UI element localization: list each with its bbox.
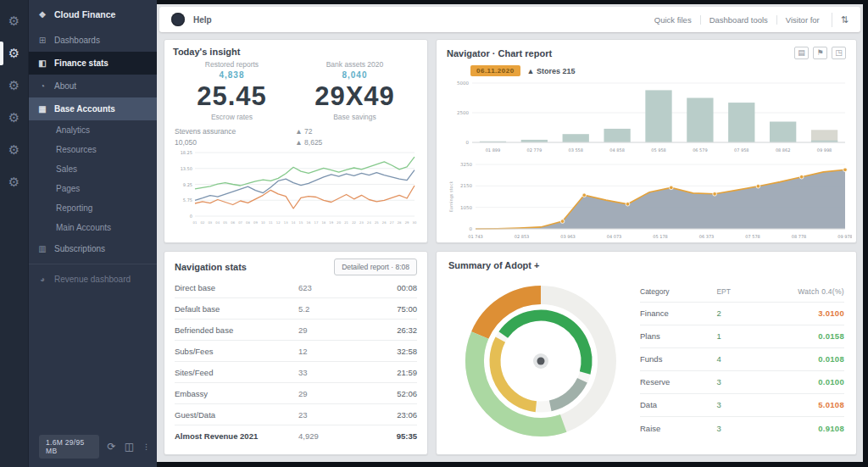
row-value: 75:00 [358,304,417,314]
sidebar-item-analytics[interactable]: Analytics [29,120,157,140]
sidebar-item-dashboards[interactable]: ⊞Dashboards [29,29,157,52]
svg-text:16: 16 [307,220,311,225]
table-row[interactable]: Data35.0108 [640,394,844,417]
svg-text:0: 0 [190,214,192,219]
sidebar-item-resources[interactable]: Resources [29,140,157,159]
svg-text:15: 15 [299,220,303,225]
top-menu-item-visitor-for[interactable]: Visitor for [777,15,828,25]
earnings-area-chart: 3250215010500Earnings stock01 74302 8530… [447,158,852,241]
panels-icon[interactable]: ◫ [125,441,134,453]
svg-text:5.75: 5.75 [183,197,192,203]
wallet-icon: ▦ [37,104,47,114]
sidebar-item-label: Finance stats [54,58,108,68]
svg-text:02: 02 [201,220,205,225]
svg-text:22: 22 [352,220,356,225]
sessions-bar-chart: 50002500001 89902 77903 55804 85805 9580… [447,78,852,154]
detailed-report-button[interactable]: Detailed report · 8:08 [334,259,417,275]
sort-icon[interactable]: ⇅ [832,13,850,27]
columns-icon[interactable]: ▤ [794,47,809,59]
sidebar-item-label: Base Accounts [54,104,115,114]
bookmark-icon[interactable]: ⚑ [813,47,827,59]
gear-icon[interactable]: ⚙ [0,69,29,102]
sidebar-item-revenue-dashboard[interactable]: ◕Revenue dashboard [29,268,157,291]
row-count: 33 [298,368,358,377]
logo-icon[interactable] [171,13,185,26]
top-bar: Help Quick filesDashboard toolsVisitor f… [159,7,860,32]
row-name: Guest/Data [175,410,298,420]
summary-table-header: CategoryEPTWatch 0.4(%) [640,282,844,303]
row-count: 12 [298,347,358,356]
top-menu-item-dashboard-tools[interactable]: Dashboard tools [701,15,777,25]
sidebar-item-finance-stats[interactable]: ◧Finance stats [29,52,157,75]
sidebar-item-reporting[interactable]: Reporting [29,198,157,218]
footnote-label: Stevens assurance [175,126,236,137]
top-menu-item-quick-files[interactable]: Quick files [646,15,701,25]
refresh-icon[interactable]: ⟳ [108,441,116,453]
sidebar-item-base-accounts[interactable]: ▦Base Accounts [29,97,157,120]
row-name: Befriended base [175,325,298,335]
row-name: Funds [640,354,716,364]
adoption-donut-chart [456,276,626,446]
table-row[interactable]: Funds40.0108 [640,348,844,371]
sidebar-item-label: Revenue dashboard [54,275,131,284]
sidebar-item-sales[interactable]: Sales [29,159,157,179]
svg-text:09: 09 [253,220,258,225]
svg-text:02 779: 02 779 [527,147,542,153]
storage-usage-badge[interactable]: 1.6M 29/95 MB [39,435,99,459]
navigation-stats-title: Navigation stats [175,262,247,272]
row-count: 5.2 [298,304,358,314]
table-row[interactable]: Guest/Data2323:06 [175,404,417,425]
gear-icon[interactable]: ⚙ [0,166,29,198]
sidebar-divider [29,264,157,264]
expand-icon[interactable]: ◳ [832,47,846,59]
footnote-value: 10,050 [175,137,236,148]
row-value: 5.0108 [768,400,844,409]
legend-date-badge[interactable]: 06.11.2020 [470,65,520,76]
sidebar-item-subscriptions[interactable]: ▥Subscriptions [29,237,157,260]
table-row[interactable]: Raise30.9108 [640,417,844,440]
table-row[interactable]: Subs/Fees1232:58 [175,341,417,362]
sidebar-item-pages[interactable]: Pages [29,179,157,198]
icon-strip: ⚙⚙⚙⚙⚙⚙ [0,0,29,467]
table-row[interactable]: Default base5.275:00 [175,298,417,320]
table-row[interactable]: Embassy2952:06 [175,383,417,404]
gear-icon[interactable]: ⚙ [0,5,29,37]
svg-text:17: 17 [314,220,318,225]
svg-text:08 778: 08 778 [792,234,807,239]
sidebar-item-label: Cloud Finance [54,9,115,19]
gear-icon[interactable]: ⚙ [0,102,29,134]
svg-text:05: 05 [223,220,227,225]
kpi-big-value: 29X49 [314,81,395,112]
gear-icon[interactable]: ⚙ [0,134,29,166]
svg-text:3250: 3250 [460,162,472,167]
svg-text:18.25: 18.25 [181,150,192,155]
svg-text:5000: 5000 [457,81,469,86]
row-value: 0.9108 [768,424,844,433]
more-icon[interactable]: ⋮ [142,442,150,451]
table-row[interactable]: Befriended base2926:32 [175,320,417,341]
sidebar-item-cloud-finance[interactable]: ❖Cloud Finance [29,0,157,29]
table-row[interactable]: Plans10.0158 [640,325,844,348]
navigator-title: Navigator · Chart report [447,48,552,58]
summary-card: Summary of Adopt + CategoryEPTWatch 0.4(… [436,251,857,455]
svg-text:0: 0 [466,140,470,145]
table-row[interactable]: Finance23.0100 [640,303,844,325]
dashboard-grid: Today's insight Restored reports 4,838 2… [157,32,863,462]
gear-icon[interactable]: ⚙ [0,37,29,69]
sidebar-item-about[interactable]: ◔About [29,75,157,97]
svg-text:03 558: 03 558 [568,147,583,153]
row-count: 623 [298,283,358,292]
svg-text:2150: 2150 [460,183,472,188]
sidebar-footer: 1.6M 29/95 MB ⟳ ◫ ⋮ [29,435,157,459]
svg-text:04 858: 04 858 [609,147,625,153]
table-row[interactable]: Sites/Feed3321:59 [175,362,417,383]
row-count: 4,929 [298,431,358,441]
table-row[interactable]: Direct base62300:08 [175,277,417,298]
svg-text:21: 21 [344,220,348,225]
sidebar-item-main-accounts[interactable]: Main Accounts [29,218,157,237]
table-row[interactable]: Almost Revenue 20214,92995:35 [175,425,417,447]
svg-text:10: 10 [261,220,265,225]
table-row[interactable]: Reserve30.0100 [640,371,844,394]
svg-text:Earnings stock: Earnings stock [448,181,454,213]
row-name: Default base [175,304,298,314]
